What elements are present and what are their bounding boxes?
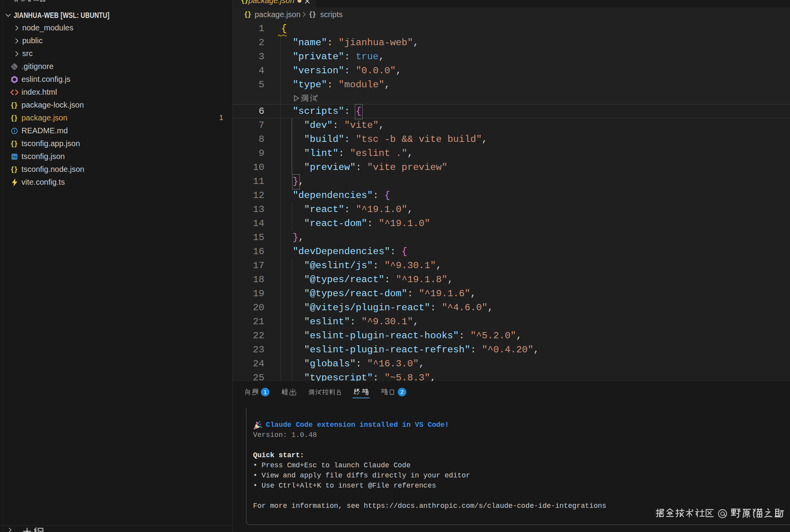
svg-text:TS: TS <box>12 155 17 159</box>
